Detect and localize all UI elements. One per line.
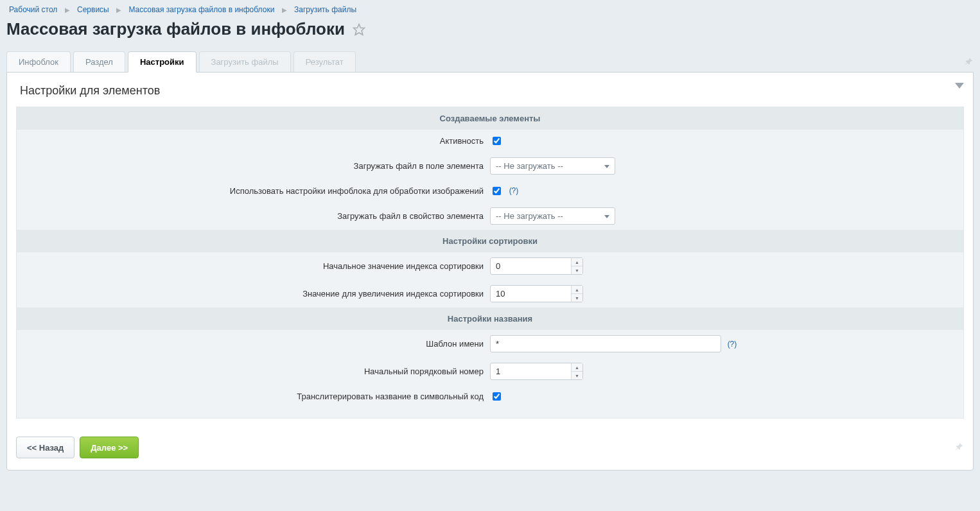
breadcrumb-item[interactable]: Рабочий стол — [9, 5, 57, 14]
label-load-field: Загружать файл в поле элемента — [17, 161, 490, 171]
select-value: -- Не загружать -- — [496, 161, 563, 171]
chevron-right-icon: ▶ — [65, 6, 70, 13]
breadcrumb-item[interactable]: Сервисы — [77, 5, 109, 14]
label-sort-start: Начальное значение индекса сортировки — [17, 261, 490, 271]
breadcrumb-item[interactable]: Загрузить файлы — [294, 5, 356, 14]
chevron-right-icon: ▶ — [116, 6, 121, 13]
label-load-property: Загружать файл в свойство элемента — [17, 211, 490, 221]
pin-icon[interactable] — [955, 442, 964, 453]
label-translit: Транслитерировать название в символьный … — [17, 392, 490, 401]
checkbox-translit[interactable] — [493, 392, 501, 401]
label-start-number: Начальный порядковый номер — [17, 367, 490, 376]
settings-panel: Настройки для элементов Создаваемые элем… — [6, 72, 974, 471]
spin-down-icon[interactable]: ▼ — [572, 266, 582, 274]
label-use-iblock-settings: Использовать настройки инфоблока для обр… — [17, 186, 490, 196]
select-load-property[interactable]: -- Не загружать -- — [490, 207, 615, 225]
collapse-icon[interactable] — [955, 82, 964, 91]
form-area: Создаваемые элементы Активность Загружат… — [16, 107, 964, 419]
tab-upload: Загрузить файлы — [199, 51, 291, 73]
breadcrumb: Рабочий стол ▶ Сервисы ▶ Массовая загруз… — [6, 5, 974, 14]
section-header-created: Создаваемые элементы — [17, 107, 963, 130]
input-sort-start[interactable] — [490, 257, 583, 275]
tab-infoblock[interactable]: Инфоблок — [6, 51, 71, 73]
back-button[interactable]: << Назад — [16, 437, 74, 458]
input-name-template[interactable] — [490, 335, 721, 352]
help-link[interactable]: (?) — [728, 340, 737, 349]
svg-marker-0 — [354, 24, 365, 35]
spin-up-icon[interactable]: ▲ — [572, 363, 582, 372]
checkbox-activity[interactable] — [493, 137, 501, 145]
breadcrumb-item[interactable]: Массовая загрузка файлов в инфоблоки — [128, 5, 274, 14]
label-sort-step: Значение для увеличения индекса сортиров… — [17, 289, 490, 299]
svg-marker-1 — [955, 83, 964, 89]
tab-result: Результат — [293, 51, 356, 73]
tabs: Инфоблок Раздел Настройки Загрузить файл… — [6, 51, 974, 72]
section-header-sorting: Настройки сортировки — [17, 230, 963, 252]
pin-icon[interactable] — [965, 57, 974, 66]
spin-up-icon[interactable]: ▲ — [572, 258, 582, 266]
page-title: Массовая загрузка файлов в инфоблоки — [6, 19, 345, 39]
select-load-field[interactable]: -- Не загружать -- — [490, 157, 615, 175]
panel-heading: Настройки для элементов — [7, 84, 973, 107]
tab-settings[interactable]: Настройки — [128, 51, 197, 73]
spin-down-icon[interactable]: ▼ — [572, 372, 582, 379]
favorite-star-icon[interactable] — [353, 23, 365, 36]
section-header-naming: Настройки названия — [17, 307, 963, 330]
number-spinner[interactable]: ▲▼ — [571, 363, 582, 379]
number-spinner[interactable]: ▲▼ — [571, 258, 582, 274]
number-spinner[interactable]: ▲▼ — [571, 286, 582, 302]
next-button[interactable]: Далее >> — [80, 437, 139, 458]
label-activity: Активность — [17, 136, 490, 146]
tab-section[interactable]: Раздел — [73, 51, 125, 73]
input-sort-step[interactable] — [490, 285, 583, 302]
input-start-number[interactable] — [490, 363, 583, 380]
spin-down-icon[interactable]: ▼ — [572, 294, 582, 302]
chevron-right-icon: ▶ — [282, 6, 287, 13]
spin-up-icon[interactable]: ▲ — [572, 286, 582, 294]
select-value: -- Не загружать -- — [496, 211, 563, 221]
label-name-template: Шаблон имени — [17, 339, 490, 349]
checkbox-use-iblock-settings[interactable] — [493, 187, 501, 195]
help-link[interactable]: (?) — [509, 186, 519, 195]
